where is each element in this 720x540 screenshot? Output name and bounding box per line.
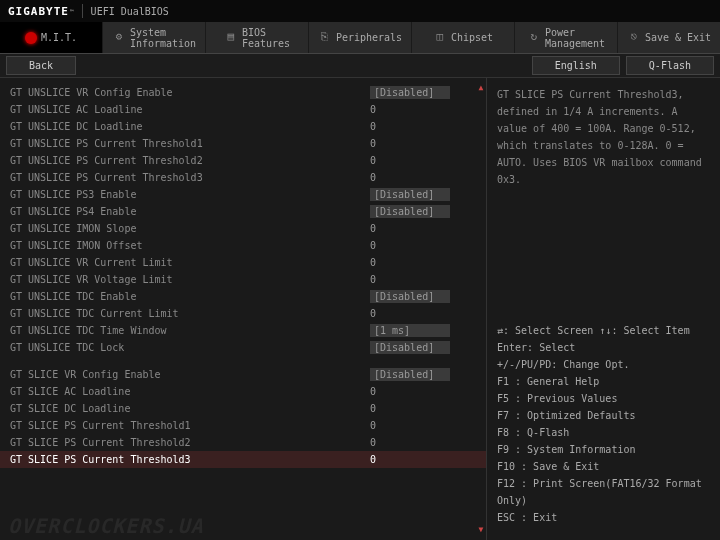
- setting-row[interactable]: GT UNSLICE TDC Lock[Disabled]: [0, 339, 486, 356]
- setting-value: 0: [370, 437, 476, 448]
- key-hint: Enter: Select: [497, 339, 710, 356]
- sysinfo-icon: ⚙: [112, 31, 126, 45]
- setting-row[interactable]: GT UNSLICE IMON Offset0: [0, 237, 486, 254]
- setting-value: 0: [370, 454, 476, 465]
- main-area: GT UNSLICE VR Config Enable[Disabled]GT …: [0, 78, 720, 540]
- setting-value: 0: [370, 240, 476, 251]
- setting-row[interactable]: GT UNSLICE PS Current Threshold20: [0, 152, 486, 169]
- scroll-up-icon[interactable]: ▲: [477, 84, 485, 92]
- tab-chipset[interactable]: ◫Chipset: [412, 22, 515, 53]
- periph-icon: ⎘: [318, 31, 332, 45]
- setting-key: GT UNSLICE IMON Offset: [10, 240, 370, 251]
- chipset-icon: ◫: [433, 31, 447, 45]
- setting-value: 0: [370, 274, 476, 285]
- brand-logo: GIGABYTE: [8, 5, 69, 18]
- bios-icon: ▤: [224, 31, 238, 45]
- setting-row[interactable]: GT SLICE DC Loadline0: [0, 400, 486, 417]
- key-hint: F9 : System Information: [497, 441, 710, 458]
- setting-key: GT SLICE AC Loadline: [10, 386, 370, 397]
- setting-row[interactable]: GT SLICE PS Current Threshold30: [0, 451, 486, 468]
- setting-value: [Disabled]: [370, 188, 450, 201]
- setting-value: 0: [370, 257, 476, 268]
- setting-row[interactable]: GT UNSLICE PS Current Threshold10: [0, 135, 486, 152]
- setting-value: 0: [370, 138, 476, 149]
- setting-key: GT SLICE VR Config Enable: [10, 369, 370, 380]
- setting-row[interactable]: GT UNSLICE VR Voltage Limit0: [0, 271, 486, 288]
- tab-label: Chipset: [451, 32, 493, 43]
- setting-row[interactable]: GT UNSLICE PS3 Enable[Disabled]: [0, 186, 486, 203]
- setting-key: GT UNSLICE DC Loadline: [10, 121, 370, 132]
- setting-key: GT SLICE PS Current Threshold3: [10, 454, 370, 465]
- setting-value: 0: [370, 223, 476, 234]
- scrollbar[interactable]: ▲ ▼: [477, 84, 485, 534]
- setting-key: GT UNSLICE IMON Slope: [10, 223, 370, 234]
- setting-row[interactable]: GT UNSLICE IMON Slope0: [0, 220, 486, 237]
- setting-value: [Disabled]: [370, 290, 450, 303]
- setting-value: 0: [370, 172, 476, 183]
- scroll-down-icon[interactable]: ▼: [477, 526, 485, 534]
- setting-key: GT SLICE PS Current Threshold2: [10, 437, 370, 448]
- language-button[interactable]: English: [532, 56, 620, 75]
- setting-value: 0: [370, 386, 476, 397]
- setting-row[interactable]: GT SLICE PS Current Threshold20: [0, 434, 486, 451]
- setting-key: GT SLICE PS Current Threshold1: [10, 420, 370, 431]
- setting-key: GT UNSLICE PS4 Enable: [10, 206, 370, 217]
- setting-row[interactable]: GT UNSLICE TDC Enable[Disabled]: [0, 288, 486, 305]
- key-hint: F1 : General Help: [497, 373, 710, 390]
- key-hint: F8 : Q-Flash: [497, 424, 710, 441]
- setting-value: 0: [370, 121, 476, 132]
- setting-row[interactable]: GT UNSLICE PS Current Threshold30: [0, 169, 486, 186]
- setting-value: [Disabled]: [370, 86, 450, 99]
- tab-save[interactable]: ⎋Save & Exit: [618, 22, 720, 53]
- setting-row[interactable]: GT UNSLICE PS4 Enable[Disabled]: [0, 203, 486, 220]
- tab-label: M.I.T.: [41, 32, 77, 43]
- setting-row[interactable]: GT SLICE AC Loadline0: [0, 383, 486, 400]
- tab-mit[interactable]: M.I.T.: [0, 22, 103, 53]
- setting-row[interactable]: GT UNSLICE TDC Current Limit0: [0, 305, 486, 322]
- trademark: ™: [70, 8, 74, 15]
- setting-row[interactable]: GT UNSLICE VR Config Enable[Disabled]: [0, 84, 486, 101]
- key-hint: F7 : Optimized Defaults: [497, 407, 710, 424]
- tab-power[interactable]: ↻Power Management: [515, 22, 618, 53]
- setting-row[interactable]: GT UNSLICE TDC Time Window[1 ms]: [0, 322, 486, 339]
- tab-label: Power Management: [545, 27, 605, 49]
- setting-row[interactable]: GT SLICE PS Current Threshold10: [0, 417, 486, 434]
- setting-row[interactable]: GT UNSLICE AC Loadline0: [0, 101, 486, 118]
- setting-key: GT UNSLICE PS Current Threshold2: [10, 155, 370, 166]
- setting-key: GT SLICE DC Loadline: [10, 403, 370, 414]
- title-bar: GIGABYTE™ UEFI DualBIOS: [0, 0, 720, 22]
- tab-bios[interactable]: ▤BIOS Features: [206, 22, 309, 53]
- key-hint: F12 : Print Screen(FAT16/32 Format Only): [497, 475, 710, 509]
- qflash-button[interactable]: Q-Flash: [626, 56, 714, 75]
- key-hint: +/-/PU/PD: Change Opt.: [497, 356, 710, 373]
- key-hints: ⇄: Select Screen ↑↓: Select ItemEnter: S…: [497, 322, 710, 532]
- help-panel: GT SLICE PS Current Threshold3, defined …: [486, 78, 720, 540]
- setting-value: [1 ms]: [370, 324, 450, 337]
- key-hint: F10 : Save & Exit: [497, 458, 710, 475]
- setting-value: [Disabled]: [370, 205, 450, 218]
- settings-list[interactable]: GT UNSLICE VR Config Enable[Disabled]GT …: [0, 78, 486, 540]
- tab-sysinfo[interactable]: ⚙System Information: [103, 22, 206, 53]
- setting-key: GT UNSLICE VR Voltage Limit: [10, 274, 370, 285]
- key-hint: ⇄: Select Screen ↑↓: Select Item: [497, 322, 710, 339]
- power-icon: ↻: [527, 31, 541, 45]
- setting-key: GT UNSLICE TDC Current Limit: [10, 308, 370, 319]
- setting-value: 0: [370, 104, 476, 115]
- tab-label: System Information: [130, 27, 196, 49]
- setting-key: GT UNSLICE PS Current Threshold1: [10, 138, 370, 149]
- setting-key: GT UNSLICE TDC Lock: [10, 342, 370, 353]
- setting-key: GT UNSLICE VR Current Limit: [10, 257, 370, 268]
- divider: [82, 4, 83, 18]
- setting-row[interactable]: GT UNSLICE VR Current Limit0: [0, 254, 486, 271]
- tab-label: Peripherals: [336, 32, 402, 43]
- setting-value: [Disabled]: [370, 368, 450, 381]
- bios-subtitle: UEFI DualBIOS: [91, 6, 169, 17]
- back-button[interactable]: Back: [6, 56, 76, 75]
- help-text: GT SLICE PS Current Threshold3, defined …: [497, 86, 710, 188]
- setting-row[interactable]: GT UNSLICE DC Loadline0: [0, 118, 486, 135]
- tab-periph[interactable]: ⎘Peripherals: [309, 22, 412, 53]
- setting-value: [Disabled]: [370, 341, 450, 354]
- setting-row[interactable]: GT SLICE VR Config Enable[Disabled]: [0, 366, 486, 383]
- setting-value: 0: [370, 420, 476, 431]
- setting-value: 0: [370, 155, 476, 166]
